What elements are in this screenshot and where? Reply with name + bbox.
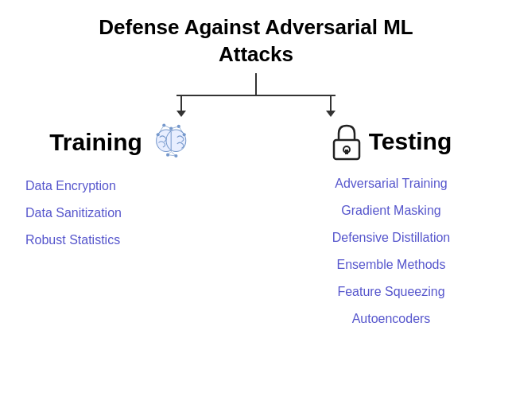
testing-header: Testing xyxy=(331,121,452,162)
svg-line-10 xyxy=(164,125,171,128)
arrow-right xyxy=(326,95,336,117)
testing-list: Adversarial Training Gradient Masking De… xyxy=(280,177,502,326)
testing-column: Testing Adversarial Training Gradient Ma… xyxy=(280,121,502,326)
title-section: Defense Against Adversarial ML Attacks xyxy=(99,14,413,68)
page-title: Defense Against Adversarial ML Attacks xyxy=(99,14,413,68)
list-item: Ensemble Methods xyxy=(337,258,446,272)
training-title: Training xyxy=(49,129,142,156)
title-line1: Defense Against Adversarial ML xyxy=(99,15,413,39)
svg-line-15 xyxy=(168,151,171,154)
list-item: Adversarial Training xyxy=(335,177,447,191)
testing-title: Testing xyxy=(369,128,452,155)
title-line2: Attacks xyxy=(219,42,293,66)
list-item: Robust Statistics xyxy=(25,233,120,247)
arrow-left xyxy=(176,95,186,117)
brain-icon xyxy=(149,121,192,165)
training-list: Data Encryption Data Sanitization Robust… xyxy=(10,179,232,247)
tree-connector xyxy=(97,73,415,121)
testing-icon xyxy=(331,121,363,162)
columns: Training xyxy=(10,121,502,326)
list-item: Autoencoders xyxy=(352,312,431,326)
list-item: Data Encryption xyxy=(25,179,116,193)
list-item: Gradient Masking xyxy=(341,204,440,218)
page-container: Defense Against Adversarial ML Attacks T… xyxy=(0,0,512,420)
training-column: Training xyxy=(10,121,232,247)
svg-rect-19 xyxy=(345,150,348,154)
list-item: Defensive Distillation xyxy=(332,231,451,245)
list-item: Feature Squeezing xyxy=(337,285,444,299)
list-item: Data Sanitization xyxy=(25,206,122,220)
training-header: Training xyxy=(49,121,192,165)
